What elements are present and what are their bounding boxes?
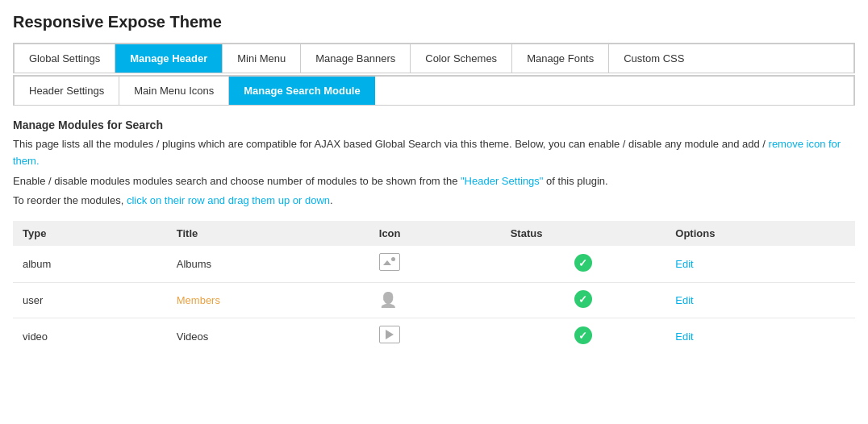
- tab-manage-header[interactable]: Manage Header: [115, 44, 223, 73]
- image-icon: [379, 253, 400, 271]
- cell-status: [501, 318, 666, 355]
- table-row: videoVideosEdit: [13, 318, 855, 355]
- edit-link[interactable]: Edit: [675, 294, 693, 306]
- description-1-link: remove icon for them.: [13, 138, 841, 167]
- user-icon: 👤: [379, 293, 397, 307]
- modules-table: Type Title Icon Status Options albumAlbu…: [13, 221, 855, 355]
- cell-title: Albums: [167, 246, 369, 283]
- col-status: Status: [501, 221, 666, 246]
- cell-title: Members: [167, 283, 369, 318]
- tab-manage-fonts[interactable]: Manage Fonts: [512, 44, 609, 73]
- page-title: Responsive Expose Theme: [13, 13, 855, 31]
- cell-type: user: [13, 283, 167, 318]
- cell-status: [501, 246, 666, 283]
- table-header-row: Type Title Icon Status Options: [13, 221, 855, 246]
- cell-icon: [369, 318, 501, 355]
- section-title: Manage Modules for Search: [13, 118, 855, 131]
- tab-custom-css[interactable]: Custom CSS: [609, 44, 699, 73]
- col-title: Title: [167, 221, 369, 246]
- tab-manage-banners[interactable]: Manage Banners: [301, 44, 411, 73]
- table-row: albumAlbumsEdit: [13, 246, 855, 283]
- cell-type: video: [13, 318, 167, 355]
- tab-mini-menu[interactable]: Mini Menu: [223, 44, 301, 73]
- section-content: Manage Modules for Search This page list…: [13, 118, 855, 355]
- table-row: userMembers👤Edit: [13, 283, 855, 318]
- edit-link[interactable]: Edit: [675, 330, 693, 343]
- primary-tab-bar: Global SettingsManage HeaderMini MenuMan…: [13, 43, 855, 73]
- video-icon: [379, 326, 400, 343]
- status-enabled-icon: [574, 326, 592, 344]
- tab-manage-search-module[interactable]: Manage Search Module: [229, 77, 374, 105]
- header-settings-link[interactable]: "Header Settings": [461, 175, 543, 187]
- cell-options: Edit: [666, 246, 855, 283]
- col-options: Options: [666, 221, 855, 246]
- col-icon: Icon: [369, 221, 501, 246]
- edit-link[interactable]: Edit: [675, 258, 693, 270]
- cell-options: Edit: [666, 318, 855, 355]
- cell-options: Edit: [666, 283, 855, 318]
- description-2: Enable / disable modules modules search …: [13, 173, 855, 190]
- cell-status: [501, 283, 666, 318]
- status-enabled-icon: [574, 254, 592, 272]
- secondary-tab-bar: Header SettingsMain Menu IconsManage Sea…: [13, 75, 855, 106]
- cell-icon: [369, 246, 501, 283]
- description-3: To reorder the modules, click on their r…: [13, 193, 855, 210]
- col-type: Type: [13, 221, 167, 246]
- cell-type: album: [13, 246, 167, 283]
- description-1: This page lists all the modules / plugin…: [13, 136, 855, 170]
- drag-link[interactable]: click on their row and drag them up or d…: [127, 194, 330, 206]
- cell-icon: 👤: [369, 283, 501, 318]
- tab-header-settings[interactable]: Header Settings: [15, 77, 119, 105]
- status-enabled-icon: [574, 290, 592, 308]
- tab-main-menu-icons[interactable]: Main Menu Icons: [119, 77, 229, 105]
- title-link[interactable]: Members: [177, 294, 220, 306]
- tab-color-schemes[interactable]: Color Schemes: [411, 44, 512, 73]
- cell-title: Videos: [167, 318, 369, 355]
- tab-global-settings[interactable]: Global Settings: [15, 44, 115, 73]
